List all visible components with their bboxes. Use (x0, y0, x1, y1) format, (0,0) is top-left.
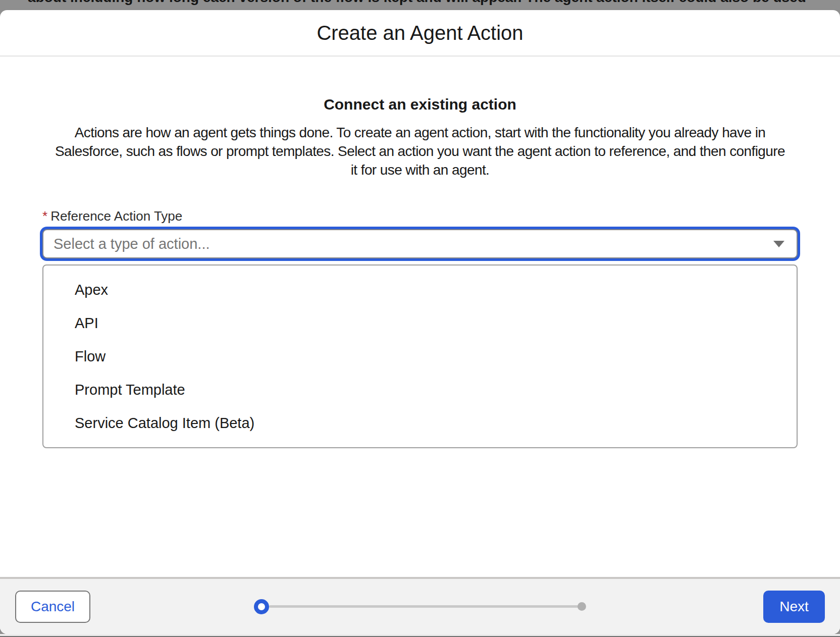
section-heading: Connect an existing action (0, 96, 840, 113)
background-page-text-bottom: AT REVIEW (0, 634, 840, 637)
action-type-listbox: Apex API Flow Prompt Template Service Ca… (42, 264, 798, 448)
option-service-catalog-item[interactable]: Service Catalog Item (Beta) (43, 406, 797, 440)
reference-action-type-combobox[interactable]: Select a type of action... (42, 229, 798, 258)
next-button[interactable]: Next (763, 591, 825, 623)
description-line: Actions are how an agent gets things don… (0, 123, 840, 142)
progress-track (269, 605, 579, 608)
description-line: Salesforce, such as flows or prompt temp… (0, 142, 840, 161)
field-label-text: Reference Action Type (50, 208, 182, 224)
modal-footer: Cancel Next (0, 577, 840, 634)
progress-step-upcoming-icon (578, 602, 586, 611)
dropdown-arrow-icon (773, 241, 784, 247)
description-line: it for use with an agent. (0, 161, 840, 179)
option-api[interactable]: API (43, 306, 797, 340)
cancel-button[interactable]: Cancel (15, 591, 90, 623)
progress-step-current-icon (254, 599, 269, 614)
option-prompt-template[interactable]: Prompt Template (43, 373, 797, 406)
required-asterisk: * (42, 208, 47, 224)
combobox-placeholder: Select a type of action... (54, 236, 210, 252)
create-agent-action-modal: Create an Agent Action Connect an existi… (0, 10, 840, 634)
modal-header: Create an Agent Action (0, 10, 840, 57)
modal-body: Connect an existing action Actions are h… (0, 57, 840, 577)
option-flow[interactable]: Flow (43, 340, 797, 373)
modal-title: Create an Agent Action (317, 22, 523, 44)
background-page-text-top: about including how long each version of… (0, 0, 840, 10)
description-text: Actions are how an agent gets things don… (0, 123, 840, 179)
option-apex[interactable]: Apex (43, 273, 797, 306)
reference-action-type-label: *Reference Action Type (42, 208, 798, 224)
reference-action-form: *Reference Action Type Select a type of … (42, 208, 798, 448)
progress-indicator (254, 599, 586, 614)
